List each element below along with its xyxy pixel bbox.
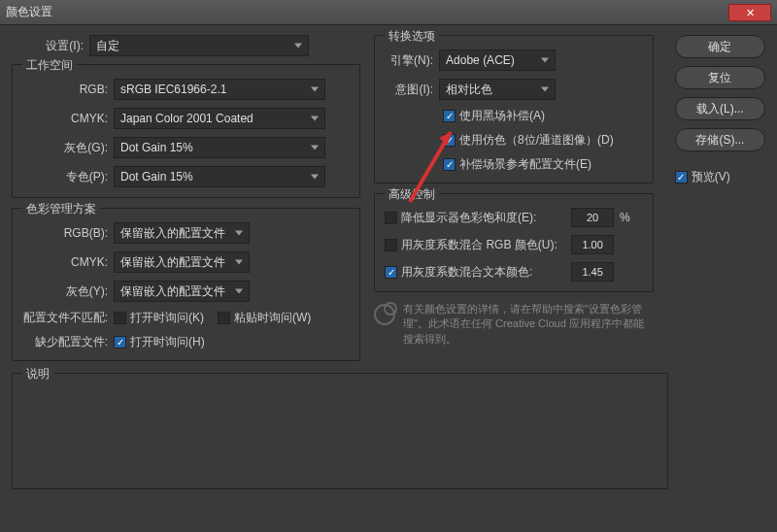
ws-spot-select[interactable]: Dot Gain 15% [114, 166, 325, 187]
preview-checkbox[interactable]: ✓预览(V) [675, 169, 765, 185]
info-text: 有关颜色设置的详情，请在帮助中搜索"设置色彩管理"。此术语在任何 Creativ… [403, 302, 654, 347]
window-title: 颜色设置 [6, 4, 728, 20]
checkbox-icon [114, 312, 126, 324]
load-button[interactable]: 载入(L)... [675, 97, 765, 120]
policy-title: 色彩管理方案 [22, 201, 100, 217]
ws-rgb-label: RGB: [22, 83, 114, 96]
dither-checkbox[interactable]: ✓使用仿色（8位/通道图像）(D) [443, 132, 614, 149]
black-comp-checkbox[interactable]: ✓使用黑场补偿(A) [443, 108, 545, 124]
mismatch-open-checkbox[interactable]: 打开时询问(K) [114, 310, 204, 326]
checkbox-icon: ✓ [675, 171, 688, 183]
checkbox-icon: ✓ [114, 336, 126, 349]
chevron-down-icon [541, 87, 549, 92]
chevron-down-icon [311, 175, 319, 180]
mismatch-label: 配置文件不匹配: [22, 310, 114, 326]
chevron-down-icon [311, 146, 319, 150]
engine-label: 引擎(N): [385, 52, 439, 69]
blend-rgb-input[interactable]: 1.00 [571, 235, 614, 254]
mismatch-paste-checkbox[interactable]: 粘贴时询问(W) [218, 310, 311, 326]
convert-title: 转换选项 [385, 28, 439, 45]
checkbox-icon: ✓ [443, 158, 456, 171]
chevron-down-icon [235, 260, 243, 265]
ws-gray-select[interactable]: Dot Gain 15% [114, 137, 325, 158]
convert-group: 转换选项 引擎(N): Adobe (ACE) 意图(I): 相对比色 ✓使用黑… [374, 35, 654, 183]
chevron-down-icon [294, 44, 302, 49]
ws-spot-label: 专色(P): [22, 169, 114, 185]
advanced-title: 高级控制 [385, 186, 439, 203]
pol-gray-select[interactable]: 保留嵌入的配置文件 [114, 281, 250, 302]
pol-rgb-label: RGB(B): [22, 226, 114, 240]
desat-input[interactable]: 20 [571, 208, 614, 227]
checkbox-icon [385, 239, 397, 251]
checkbox-icon: ✓ [443, 110, 456, 122]
globe-icon [374, 304, 395, 325]
intent-select[interactable]: 相对比色 [439, 79, 556, 100]
workspace-title: 工作空间 [22, 57, 77, 74]
checkbox-icon [218, 312, 230, 324]
intent-label: 意图(I): [385, 82, 439, 98]
checkbox-icon [385, 212, 397, 224]
ws-cmyk-label: CMYK: [22, 112, 114, 125]
checkbox-icon: ✓ [443, 134, 456, 147]
description-box: 说明 [12, 373, 668, 489]
ws-cmyk-select[interactable]: Japan Color 2001 Coated [114, 108, 325, 129]
missing-label: 缺少配置文件: [22, 334, 114, 350]
description-title: 说明 [22, 366, 53, 382]
engine-select[interactable]: Adobe (ACE) [439, 50, 556, 71]
chevron-down-icon [235, 289, 243, 294]
ws-gray-label: 灰色(G): [22, 140, 114, 156]
workspace-group: 工作空间 RGB: sRGB IEC61966-2.1 CMYK: Japan … [12, 64, 360, 198]
policy-group: 色彩管理方案 RGB(B): 保留嵌入的配置文件 CMYK: 保留嵌入的配置文件… [12, 208, 360, 361]
scene-checkbox[interactable]: ✓补偿场景参考配置文件(E) [443, 156, 591, 173]
blend-text-input[interactable]: 1.45 [571, 262, 614, 282]
desat-unit: % [620, 211, 630, 224]
desat-checkbox[interactable]: 降低显示器色彩饱和度(E): [385, 210, 571, 226]
pol-rgb-select[interactable]: 保留嵌入的配置文件 [114, 222, 250, 244]
save-button[interactable]: 存储(S)... [675, 128, 765, 151]
chevron-down-icon [311, 87, 319, 92]
titlebar: 颜色设置 ✕ [0, 0, 777, 25]
chevron-down-icon [541, 58, 549, 63]
pol-gray-label: 灰色(Y): [22, 283, 114, 300]
blend-text-checkbox[interactable]: ✓用灰度系数混合文本颜色: [385, 264, 571, 281]
checkbox-icon: ✓ [385, 266, 397, 279]
ws-rgb-select[interactable]: sRGB IEC61966-2.1 [114, 79, 325, 100]
chevron-down-icon [235, 231, 243, 236]
info-row: 有关颜色设置的详情，请在帮助中搜索"设置色彩管理"。此术语在任何 Creativ… [374, 302, 654, 347]
missing-open-checkbox[interactable]: ✓打开时询问(H) [114, 334, 205, 350]
pol-cmyk-select[interactable]: 保留嵌入的配置文件 [114, 251, 250, 273]
blend-rgb-checkbox[interactable]: 用灰度系数混合 RGB 颜色(U): [385, 237, 571, 253]
chevron-down-icon [311, 116, 319, 121]
close-button[interactable]: ✕ [728, 4, 771, 21]
reset-button[interactable]: 复位 [675, 66, 765, 89]
ok-button[interactable]: 确定 [675, 35, 765, 58]
settings-select[interactable]: 自定 [89, 35, 309, 56]
pol-cmyk-label: CMYK: [22, 255, 114, 269]
settings-value: 自定 [96, 38, 119, 54]
settings-label: 设置(I): [12, 38, 89, 54]
advanced-group: 高级控制 降低显示器色彩饱和度(E): 20% 用灰度系数混合 RGB 颜色(U… [374, 193, 654, 292]
